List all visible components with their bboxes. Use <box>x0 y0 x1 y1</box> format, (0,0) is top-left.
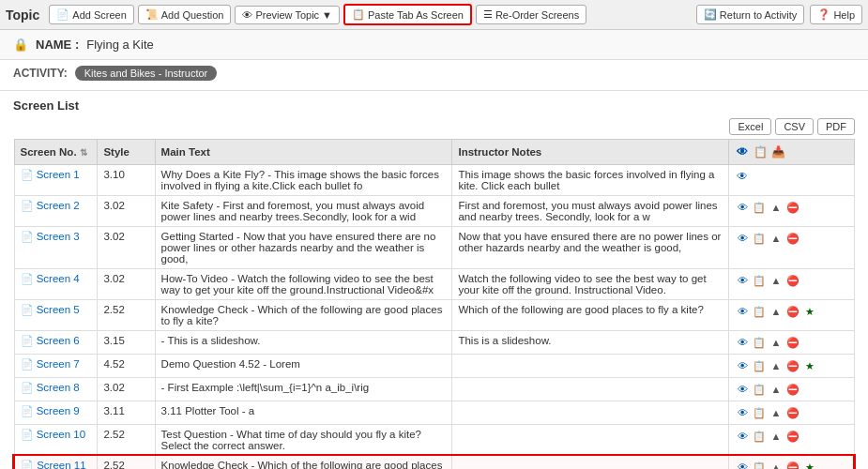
screen-icon: 📄 <box>21 200 34 211</box>
row-delete-icon[interactable]: ⛔ <box>785 273 800 288</box>
export-csv-button[interactable]: CSV <box>775 118 814 135</box>
row-delete-icon[interactable]: ⛔ <box>785 231 800 246</box>
toolbar-title: Topic <box>6 8 39 23</box>
paste-tab-button[interactable]: 📋 Paste Tab As Screen <box>343 4 472 25</box>
screen-link[interactable]: Screen 11 <box>37 460 85 469</box>
screen-link[interactable]: Screen 1 <box>37 169 80 180</box>
add-question-label: Add Question <box>161 9 224 21</box>
export-pdf-button[interactable]: PDF <box>817 118 855 135</box>
row-view-icon[interactable]: 👁 <box>735 358 750 373</box>
row-delete-icon[interactable]: ⛔ <box>785 358 800 373</box>
row-copy-icon[interactable]: 📋 <box>752 335 767 350</box>
row-move-up-icon[interactable]: ▲ <box>769 405 784 420</box>
screen-list-section: Screen List Excel CSV PDF Screen No. ⇅ S… <box>0 91 868 469</box>
row-chart-icon[interactable]: ★ <box>802 358 817 373</box>
row-copy-icon[interactable]: 📋 <box>752 429 767 444</box>
row-copy-icon[interactable]: 📋 <box>752 358 767 373</box>
header-download-icon[interactable]: 📥 <box>770 144 785 159</box>
row-view-icon[interactable]: 👁 <box>735 200 750 215</box>
row-move-up-icon[interactable]: ▲ <box>769 460 784 469</box>
notes-cell: Which of the following are good places t… <box>452 300 729 331</box>
screen-link[interactable]: Screen 10 <box>37 429 85 440</box>
header-view-icon[interactable]: 👁 <box>735 144 750 159</box>
screen-link[interactable]: Screen 2 <box>37 200 80 211</box>
row-chart-icon[interactable]: ★ <box>802 304 817 319</box>
header-copy-icon[interactable]: 📋 <box>753 144 768 159</box>
sort-icon[interactable]: ⇅ <box>80 147 87 158</box>
screen-link[interactable]: Screen 6 <box>37 335 80 346</box>
row-view-icon[interactable]: 👁 <box>735 405 750 420</box>
row-view-icon[interactable]: 👁 <box>735 429 750 444</box>
row-delete-icon[interactable]: ⛔ <box>785 200 800 215</box>
row-move-up-icon[interactable]: ▲ <box>769 335 784 350</box>
row-view-icon[interactable]: 👁 <box>735 460 750 469</box>
reorder-button[interactable]: ☰ Re-Order Screens <box>476 5 586 24</box>
main-text-cell: 3.11 Plotter Tool - a <box>155 401 452 425</box>
return-to-activity-button[interactable]: 🔄 Return to Activity <box>696 5 805 24</box>
notes-cell: Now that you have ensured there are no p… <box>452 227 729 269</box>
row-copy-icon[interactable]: 📋 <box>752 382 767 397</box>
col-header-actions: 👁 📋 📥 <box>729 140 854 165</box>
activity-row: ACTIVITY: Kites and Bikes - Instructor <box>0 60 868 91</box>
export-excel-button[interactable]: Excel <box>729 118 771 135</box>
lock-icon: 🔒 <box>13 38 28 52</box>
row-copy-icon[interactable]: 📋 <box>752 231 767 246</box>
preview-topic-button[interactable]: 👁 Preview Topic ▼ <box>235 6 340 24</box>
actions-cell: 👁📋▲⛔ <box>729 401 854 425</box>
screen-link[interactable]: Screen 9 <box>37 405 80 416</box>
screen-link[interactable]: Screen 4 <box>37 273 80 284</box>
actions-cell: 👁📋▲⛔ <box>729 425 854 456</box>
row-move-up-icon[interactable]: ▲ <box>769 358 784 373</box>
return-icon: 🔄 <box>704 8 717 21</box>
preview-dropdown-arrow: ▼ <box>322 9 332 21</box>
screen-link[interactable]: Screen 5 <box>37 304 80 315</box>
row-actions: 👁📋▲⛔ <box>735 382 847 397</box>
add-screen-label: Add Screen <box>72 9 126 21</box>
row-chart-icon[interactable]: ★ <box>802 460 817 469</box>
screen-link[interactable]: Screen 3 <box>37 231 80 242</box>
row-move-up-icon[interactable]: ▲ <box>769 382 784 397</box>
row-delete-icon[interactable]: ⛔ <box>785 460 800 469</box>
help-button[interactable]: ❓ Help <box>810 5 862 24</box>
actions-cell: 👁📋▲⛔ <box>729 331 854 355</box>
main-text-cell: How-To Video - Watch the following video… <box>155 269 452 300</box>
row-delete-icon[interactable]: ⛔ <box>785 382 800 397</box>
screen-no-cell: 📄 Screen 4 <box>14 269 98 300</box>
row-copy-icon[interactable]: 📋 <box>752 273 767 288</box>
row-move-up-icon[interactable]: ▲ <box>769 273 784 288</box>
row-copy-icon[interactable]: 📋 <box>752 405 767 420</box>
row-actions: 👁📋▲⛔ <box>735 405 847 420</box>
row-actions: 👁📋▲⛔ <box>735 335 847 350</box>
screen-link[interactable]: Screen 7 <box>37 358 80 370</box>
notes-cell <box>452 456 729 470</box>
row-move-up-icon[interactable]: ▲ <box>769 429 784 444</box>
row-view-icon[interactable]: 👁 <box>735 169 750 184</box>
actions-cell: 👁📋▲⛔ <box>729 196 854 227</box>
row-view-icon[interactable]: 👁 <box>735 382 750 397</box>
row-delete-icon[interactable]: ⛔ <box>785 429 800 444</box>
add-question-button[interactable]: 📜 Add Question <box>138 5 232 24</box>
paste-icon: 📋 <box>352 8 365 21</box>
row-delete-icon[interactable]: ⛔ <box>785 304 800 319</box>
row-move-up-icon[interactable]: ▲ <box>769 304 784 319</box>
row-delete-icon[interactable]: ⛔ <box>785 405 800 420</box>
row-copy-icon[interactable]: 📋 <box>752 460 767 469</box>
row-copy-icon[interactable]: 📋 <box>752 200 767 215</box>
screen-link[interactable]: Screen 8 <box>37 382 80 393</box>
row-move-up-icon[interactable]: ▲ <box>769 231 784 246</box>
col-header-instructor-notes: Instructor Notes <box>452 140 729 165</box>
main-text-cell: Why Does a Kite Fly? - This image shows … <box>155 165 452 196</box>
row-view-icon[interactable]: 👁 <box>735 335 750 350</box>
row-copy-icon[interactable]: 📋 <box>752 304 767 319</box>
actions-cell: 👁📋▲⛔ <box>729 227 854 269</box>
row-view-icon[interactable]: 👁 <box>735 273 750 288</box>
row-delete-icon[interactable]: ⛔ <box>785 335 800 350</box>
style-cell: 3.02 <box>98 269 155 300</box>
notes-cell <box>452 425 729 456</box>
table-row: 📄 Screen 33.02Getting Started - Now that… <box>14 227 854 269</box>
add-screen-button[interactable]: 📄 Add Screen <box>49 5 133 24</box>
row-view-icon[interactable]: 👁 <box>735 231 750 246</box>
row-view-icon[interactable]: 👁 <box>735 304 750 319</box>
export-bar: Excel CSV PDF <box>13 118 855 135</box>
row-move-up-icon[interactable]: ▲ <box>769 200 784 215</box>
